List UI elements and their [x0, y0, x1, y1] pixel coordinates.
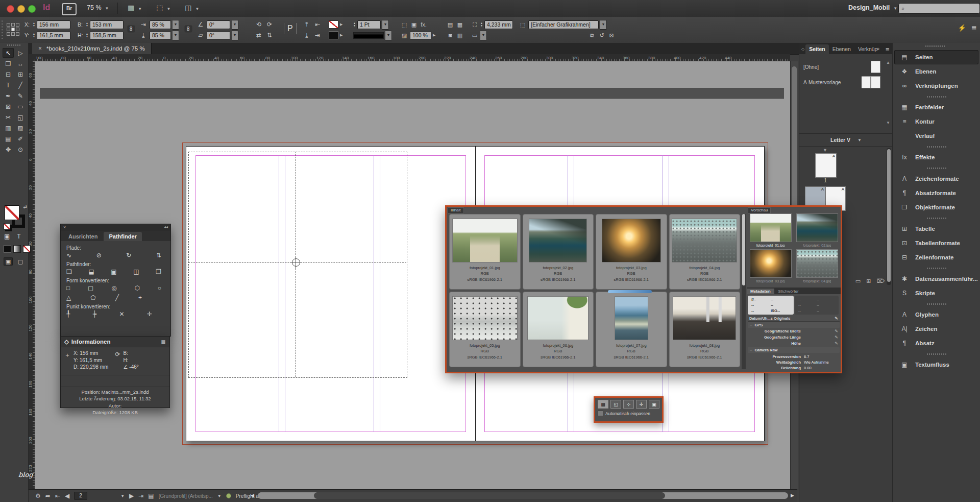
edit-icon[interactable]: ✎ — [835, 316, 838, 321]
shear-field[interactable]: 0° — [207, 31, 230, 40]
convert-ellipse-icon[interactable]: ○ — [158, 284, 161, 292]
auto-fit-checkbox[interactable] — [598, 411, 603, 416]
panel-toggle-icon[interactable]: ◇ — [799, 47, 805, 54]
Pathfinder[interactable]: Pathfinder — [104, 232, 141, 241]
default-fill-stroke-icon[interactable] — [4, 223, 10, 230]
close-path-icon[interactable]: ↻ — [126, 252, 131, 259]
fit-content-to-frame-icon[interactable]: ⊹ — [623, 400, 634, 409]
select-container-icon[interactable]: ⤒ — [302, 21, 311, 28]
chevron-down-icon[interactable]: ▼ — [385, 31, 392, 40]
view-options-icon[interactable]: ▦▼ — [128, 4, 142, 12]
dock-item-zellenformate[interactable]: ⊟ Zellenformate — [893, 250, 980, 265]
asset-thumbnail[interactable]: fotoprojekt_08.jpg RGB sRGB IEC61966-2.1 — [669, 292, 741, 367]
dock-item-zeichenformate[interactable]: A Zeichenformate — [893, 172, 980, 186]
center-content-icon[interactable]: ▣ — [649, 400, 659, 409]
panel-grip[interactable] — [2, 20, 3, 40]
fill-swatch[interactable] — [329, 31, 338, 39]
formatting-affects-text-icon[interactable]: T — [17, 233, 20, 240]
master-page-row[interactable]: A-Mustervorlage — [799, 75, 893, 90]
y-position-field[interactable]: 161,5 mm — [37, 31, 70, 40]
dock-item-absatz[interactable]: ¶ Absatz — [893, 336, 980, 350]
minimize-window-button[interactable] — [17, 5, 25, 13]
object-style-field[interactable]: [Einfacher Grafikrahmen] — [528, 20, 599, 29]
new-page-icon[interactable]: ⊞ — [866, 278, 871, 284]
eyedropper-tool[interactable]: ✐ — [15, 134, 26, 144]
screen-mode-icon[interactable]: ⬚▼ — [156, 4, 170, 12]
ruler-origin-corner[interactable] — [28, 54, 35, 62]
dock-item-datenzusammenfuehrung[interactable]: ✱ Datenzusammenführ... — [893, 272, 980, 286]
jump-object-icon[interactable]: ▥ — [456, 32, 464, 39]
edit-icon[interactable]: ✎ — [835, 341, 840, 346]
chevron-down-icon[interactable]: ▼ — [217, 494, 222, 498]
formatting-affects-container-icon[interactable]: ▣ — [4, 233, 10, 240]
corner-point-icon[interactable]: ┾ — [93, 310, 96, 318]
page-1-thumbnail[interactable]: A — [815, 153, 837, 178]
gps-field-row[interactable]: Geografische Breite✎ — [748, 328, 840, 334]
search-input[interactable] — [906, 5, 969, 12]
constrain-dimensions-icon[interactable]: ∞ — [128, 26, 135, 33]
stroke-swatch[interactable] — [329, 20, 338, 29]
collapse-icon[interactable]: − — [750, 323, 752, 327]
stroke-type-preview[interactable] — [353, 32, 384, 39]
dock-item-tabelle[interactable]: ⊞ Tabelle — [893, 222, 980, 236]
content-scrollbar[interactable] — [742, 214, 746, 369]
asset-thumbnail[interactable]: fotoprojekt_02.jpg RGB sRGB IEC61966-2.1 — [523, 214, 594, 290]
dock-item-kontur[interactable]: ≡ Kontur — [893, 114, 980, 129]
page-tool[interactable]: ❐ — [3, 59, 14, 68]
asset-thumbnail[interactable]: fotoprojekt_06.jpg RGB sRGB IEC61966-2.1 — [523, 292, 594, 367]
height-field[interactable]: 158,5 mm — [90, 31, 124, 40]
panel-overflow-icon[interactable]: » — [876, 46, 879, 52]
chevron-down-icon[interactable]: ▼ — [173, 31, 179, 40]
chevron-down-icon[interactable]: ▼ — [173, 20, 179, 30]
content-placer-tool[interactable]: ⊞ — [15, 69, 26, 79]
edit-page-size-icon[interactable]: ▭ — [855, 278, 861, 284]
dock-item-verlauf[interactable]: Verlauf — [893, 129, 980, 143]
preview-thumbnail[interactable]: fotoprojekt_01.jpg — [748, 213, 793, 247]
delete-page-icon[interactable]: ⌦ — [876, 278, 885, 284]
preview-thumbnail[interactable]: fotoprojekt_03.jpg — [748, 249, 793, 283]
Ebenen[interactable]: Ebenen — [829, 44, 854, 54]
pages-panel-scrollbar[interactable] — [887, 148, 891, 285]
stepper[interactable]: ▲▼ — [86, 33, 88, 38]
preview-thumbnail[interactable]: fotoprojekt_02.jpg — [794, 213, 840, 247]
search-box[interactable]: ⌕ — [898, 3, 980, 14]
edit-icon[interactable]: ✎ — [835, 329, 840, 333]
arrange-documents-icon[interactable]: ◫▼ — [185, 4, 199, 12]
zoom-level-dropdown[interactable]: 75 %▼ — [87, 4, 109, 11]
chevron-down-icon[interactable]: ▼ — [382, 20, 389, 30]
apply-color-icon[interactable] — [4, 245, 11, 253]
panel-toggle-icon[interactable]: ◇ — [64, 338, 69, 345]
previous-page-button[interactable]: ◀ — [65, 492, 69, 499]
scrollbar-thumb[interactable] — [792, 66, 797, 214]
scrollbar-thumb[interactable] — [742, 214, 745, 285]
chevron-down-icon[interactable]: ▼ — [480, 31, 487, 40]
dock-item-zeichen[interactable]: A| Zeichen — [893, 322, 980, 336]
dock-item-tabellenformate[interactable]: ⊡ Tabellenformate — [893, 236, 980, 250]
flip-vertical-icon[interactable]: ⇅ — [265, 32, 274, 39]
Ausrichten[interactable]: Ausrichten — [63, 232, 103, 241]
master-page-row[interactable]: [Ohne] — [799, 59, 893, 75]
asset-thumbnail[interactable]: fotoprojekt_04.jpg RGB sRGB IEC61966-2.1 — [669, 214, 741, 290]
first-spread-button[interactable]: ⇤ — [55, 492, 60, 499]
join-path-icon[interactable]: ∿ — [66, 252, 71, 259]
chevron-down-icon[interactable]: ▼ — [232, 20, 238, 30]
panel-menu-icon[interactable]: ≣ — [971, 24, 977, 32]
chevron-right-icon[interactable]: ▶ — [340, 33, 342, 37]
selection-tool[interactable]: ↖ — [3, 48, 14, 58]
fit-gap-field[interactable]: 4,233 mm — [484, 20, 513, 29]
dock-item-textumfluss[interactable]: ▣ Textumfluss — [893, 357, 980, 372]
convert-line-icon[interactable]: ╱ — [115, 294, 119, 301]
wrap-bounding-box-icon[interactable]: ▦ — [456, 21, 464, 28]
select-next-icon[interactable]: ⇥ — [313, 32, 322, 39]
convert-rectangle-icon[interactable]: □ — [66, 284, 70, 292]
clear-attributes-icon[interactable]: ⊠ — [607, 32, 616, 39]
chevron-right-icon[interactable]: ▶ — [340, 22, 342, 27]
pen-tool[interactable]: ✒ — [3, 91, 14, 101]
clear-overrides-icon[interactable]: ↺ — [598, 32, 606, 39]
drop-shadow-icon[interactable]: ▣ — [410, 21, 418, 28]
convert-inverse-rounded-icon[interactable]: ⬡ — [134, 284, 139, 292]
Seiten[interactable]: Seiten — [805, 44, 829, 54]
normal-view-mode-icon[interactable]: ▣ — [4, 257, 13, 266]
scroll-right-icon[interactable]: ▶ — [791, 493, 794, 498]
stepper[interactable]: ▲▼ — [480, 22, 483, 27]
